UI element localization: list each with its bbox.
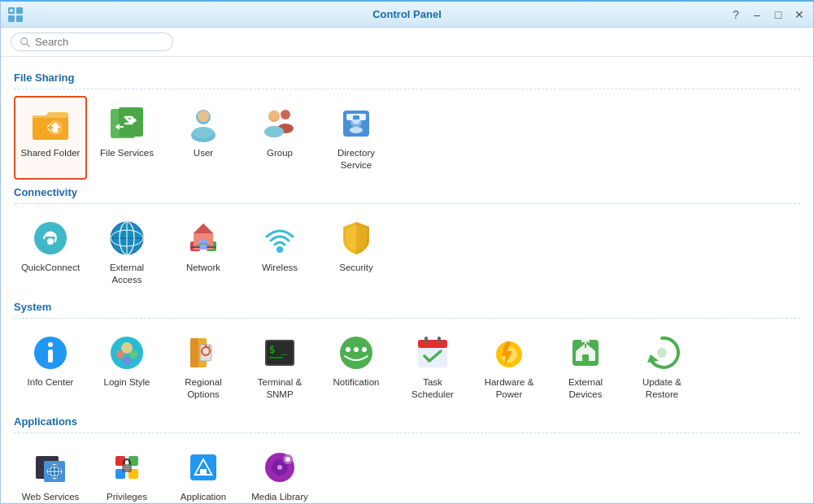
item-shared-folder[interactable]: Shared Folder [14,96,87,180]
item-terminal-snmp[interactable]: $ _ Terminal & SNMP [243,325,316,409]
item-login-style[interactable]: Login Style [90,325,163,409]
wireless-icon [260,219,299,258]
divider-system [14,318,800,319]
content-area: File Sharing Shared Folder [1,57,813,503]
notification-icon [337,333,376,372]
applications-grid: Web Services Privileges [14,440,800,503]
media-library-label: Media Library [251,491,308,503]
svg-point-102 [277,465,282,470]
hardware-power-label: Hardware & Power [477,376,541,401]
quickconnect-label: QuickConnect [21,262,80,274]
terminal-snmp-icon: $ _ [260,333,299,372]
search-input[interactable] [35,36,157,48]
item-update-restore[interactable]: Update & Restore [625,325,699,409]
task-scheduler-label: Task Scheduler [401,376,464,401]
svg-point-70 [354,347,359,352]
svg-point-69 [346,347,350,352]
directory-service-icon [337,104,376,143]
svg-rect-95 [122,464,132,472]
item-quickconnect[interactable]: QuickConnect [14,211,87,294]
item-task-scheduler[interactable]: Task Scheduler [396,325,469,409]
minimize-button[interactable]: – [750,9,764,20]
group-icon [260,104,299,143]
privileges-label: Privileges [107,491,147,503]
item-regional-options[interactable]: Regional Options [167,325,240,409]
item-directory-service[interactable]: Directory Service [320,96,393,180]
section-title-connectivity: Connectivity [14,186,800,198]
svg-point-24 [264,126,284,137]
svg-rect-74 [424,337,428,343]
close-button[interactable]: ✕ [792,9,807,20]
application-portal-label: Application Portal [172,491,235,503]
section-title-applications: Applications [14,415,800,428]
item-security[interactable]: Security [320,211,393,294]
divider-connectivity [14,203,800,204]
section-title-file-sharing: File Sharing [14,72,800,84]
svg-rect-30 [353,115,359,119]
wireless-label: Wireless [262,262,298,274]
file-services-icon [107,104,146,143]
security-label: Security [339,262,373,274]
user-icon [184,104,223,143]
svg-rect-75 [437,337,441,343]
update-restore-label: Update & Restore [630,376,694,401]
connectivity-grid: QuickConnect External Access [14,211,800,294]
web-services-label: Web Services [22,491,80,503]
media-library-icon [260,448,299,487]
user-label: User [194,147,213,159]
svg-point-49 [276,246,283,253]
app-icon [7,7,24,23]
item-wireless[interactable]: Wireless [243,211,316,294]
svg-rect-59 [190,338,198,367]
system-grid: Info Center Login Style [14,325,800,409]
shared-folder-icon [31,104,70,143]
regional-options-label: Regional Options [172,376,235,401]
svg-point-57 [123,357,131,365]
item-application-portal[interactable]: Application Portal [167,440,240,503]
item-hardware-power[interactable]: Hardware & Power [472,325,546,409]
item-privileges[interactable]: Privileges [90,440,163,503]
file-sharing-grid: Shared Folder [14,96,800,180]
item-external-devices[interactable]: External Devices [549,325,622,409]
item-network[interactable]: Network [167,211,240,294]
external-access-label: External Access [95,262,159,286]
svg-point-104 [285,457,290,462]
svg-rect-46 [207,246,216,248]
item-user[interactable]: User [167,96,240,180]
item-info-center[interactable]: Info Center [14,325,87,409]
svg-point-68 [340,337,372,369]
svg-point-51 [48,342,53,347]
search-icon [20,37,31,48]
network-icon [184,219,223,258]
maximize-button[interactable]: □ [771,9,786,20]
web-services-icon [31,448,70,487]
security-icon [337,219,376,258]
shared-folder-label: Shared Folder [21,147,81,159]
external-access-icon [107,219,146,258]
external-devices-icon [566,333,605,372]
network-label: Network [186,262,220,274]
item-notification[interactable]: Notification [320,325,393,409]
search-box[interactable] [11,33,173,51]
title-bar: Control Panel ? – □ ✕ [1,2,813,28]
svg-point-18 [193,127,214,138]
divider-file-sharing [14,89,800,89]
item-web-services[interactable]: Web Services [14,440,87,503]
item-file-services[interactable]: File Services [90,96,163,180]
item-external-access[interactable]: External Access [90,211,163,294]
terminal-snmp-label: Terminal & SNMP [248,376,311,401]
section-title-system: System [14,301,800,313]
help-button[interactable]: ? [729,9,743,20]
item-group[interactable]: Group [243,96,316,180]
external-devices-label: External Devices [554,376,617,401]
info-center-icon [31,333,70,372]
svg-marker-43 [194,224,213,233]
info-center-label: Info Center [28,376,74,389]
svg-line-7 [27,43,30,46]
svg-rect-1 [16,7,23,14]
main-window: Control Panel ? – □ ✕ File Sharing [0,0,814,504]
divider-applications [14,432,800,433]
item-media-library[interactable]: Media Library [243,440,316,503]
svg-point-33 [47,238,54,245]
svg-rect-99 [200,469,207,476]
